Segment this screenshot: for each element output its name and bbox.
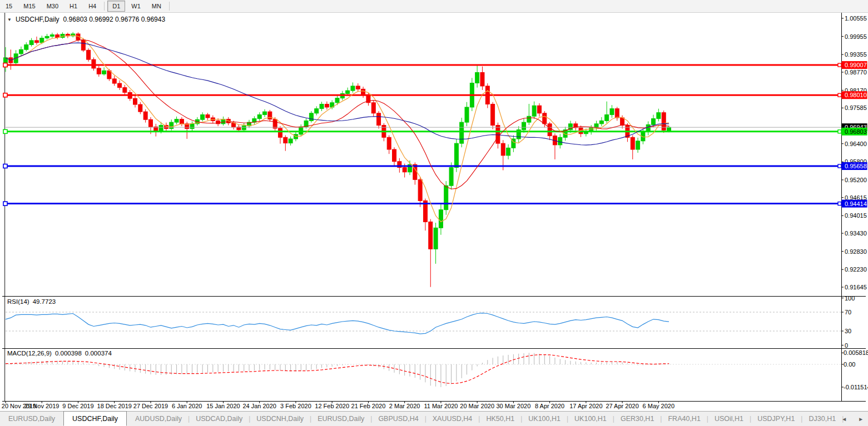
price-chart-canvas[interactable]: 1.005550.999550.993550.987700.981700.975… <box>0 0 868 426</box>
tab-scroll-left-icon[interactable]: ◄ <box>841 416 847 422</box>
chart-tab-usoil-h1[interactable]: USOil,H1 <box>706 412 752 426</box>
chart-title: ▼ USDCHF,Daily 0.96803 0.96992 0.96776 0… <box>7 16 165 23</box>
timeframe-button-m15[interactable]: M15 <box>18 1 40 12</box>
candle-body <box>112 79 116 83</box>
timeframe-button-d1[interactable]: D1 <box>107 1 125 12</box>
timeframe-button-w1[interactable]: W1 <box>126 1 146 12</box>
date-axis-label: 15 Jan 2020 <box>206 403 240 409</box>
candle-body <box>527 116 531 122</box>
timeframe-button-h1[interactable]: H1 <box>65 1 82 12</box>
price-axis-label: 0.92230 <box>845 266 867 273</box>
timeframe-button-mn[interactable]: MN <box>147 1 166 12</box>
chart-window-bg <box>2 13 866 401</box>
candle-body <box>315 109 319 113</box>
candle-body <box>29 41 33 45</box>
toolbar-separator <box>104 2 105 11</box>
candle-body <box>636 141 640 149</box>
candle-body <box>543 113 547 124</box>
timeframe-toolbar: 15M15M30H1H4D1W1MN <box>0 0 868 13</box>
candle-body <box>351 86 355 91</box>
date-axis-label: 3 Feb 2020 <box>280 403 311 409</box>
rsi-axis-label: 30 <box>845 328 851 334</box>
badge-handle <box>838 130 841 133</box>
badge-handle <box>838 63 841 67</box>
price-axis-label: 0.91645 <box>845 284 867 290</box>
date-axis-label: 18 Dec 2019 <box>97 403 132 409</box>
chart-tab-fra40-h1[interactable]: FRA40,H1 <box>659 412 708 426</box>
chart-symbol-period: USDCHF,Daily <box>16 16 59 23</box>
date-axis-label: 2 Mar 2020 <box>389 403 420 409</box>
macd-main-value: 0.000398 <box>55 350 82 357</box>
price-axis-label: 0.96400 <box>845 141 867 147</box>
candle-body <box>201 115 205 120</box>
tab-scroll-right-icon[interactable]: ► <box>858 416 864 422</box>
candle-body <box>507 148 510 156</box>
candle-body <box>242 126 246 130</box>
price-badge-text: 0.98010 <box>845 92 867 98</box>
candle-body <box>170 122 173 128</box>
date-axis-label: 6 May 2020 <box>643 403 674 409</box>
chart-tab-dj30-h1[interactable]: DJ30,H1 <box>800 412 844 426</box>
candle-body <box>159 126 163 132</box>
candle-body <box>206 115 210 118</box>
chart-expand-icon[interactable]: ▼ <box>7 17 12 22</box>
chart-tab-ger30-h1[interactable]: GER30,H1 <box>612 412 662 426</box>
chart-tab-uk100-h1[interactable]: UK100,H1 <box>520 412 569 426</box>
chart-tab-eurusd-daily[interactable]: EURUSD,Daily <box>0 412 63 426</box>
candle-body <box>454 143 458 167</box>
candle-body <box>652 119 656 125</box>
candle-body <box>434 228 438 249</box>
candle-body <box>605 115 609 121</box>
candle-body <box>657 113 661 119</box>
timeframe-button-15[interactable]: 15 <box>1 1 17 12</box>
hline-handle-0.99007[interactable] <box>3 63 7 67</box>
chart-tab-audusd-daily[interactable]: AUDUSD,Daily <box>127 412 190 426</box>
badge-handle <box>838 202 841 206</box>
candle-body <box>537 106 541 113</box>
chart-tab-usdcad-daily[interactable]: USDCAD,Daily <box>187 412 251 426</box>
candle-body <box>138 104 142 112</box>
symbol-tabbar: EURUSD,DailyUSDCHF,DailyAUDUSD,Daily|USD… <box>0 411 868 426</box>
chart-tab-xauusd-h4[interactable]: XAUUSD,H4 <box>424 412 481 426</box>
candle-body <box>284 137 287 143</box>
chart-tab-uk100-h1[interactable]: UK100,H1 <box>566 412 615 426</box>
candle-body <box>548 124 552 136</box>
timeframe-button-h4[interactable]: H4 <box>83 1 101 12</box>
chart-tab-usdjpy-h1[interactable]: USDJPY,H1 <box>749 412 803 426</box>
candle-body <box>501 143 505 156</box>
macd-axis-label: -0.011514 <box>844 384 868 390</box>
candle-body <box>522 122 526 130</box>
candle-body <box>273 119 277 128</box>
chart-tab-usdchf-daily[interactable]: USDCHF,Daily <box>63 411 127 426</box>
chart-ohlc-values: 0.96803 0.96992 0.96776 0.96943 <box>63 16 166 23</box>
price-badge-text: 0.95658 <box>845 163 867 169</box>
hline-handle-0.96803[interactable] <box>3 129 7 133</box>
candle-body <box>268 112 272 119</box>
candle-body <box>97 68 101 74</box>
candle-body <box>460 122 464 143</box>
chart-tab-gbpusd-h4[interactable]: GBPUSD,H4 <box>370 412 426 426</box>
hline-handle-0.94414[interactable] <box>3 202 7 206</box>
candle-body <box>180 119 183 124</box>
candle-body <box>81 40 85 50</box>
timeframe-button-m30[interactable]: M30 <box>42 1 63 12</box>
chart-tab-eurusd-daily[interactable]: EURUSD,Daily <box>309 412 373 426</box>
candle-body <box>403 168 406 172</box>
hline-handle-0.95658[interactable] <box>3 164 7 168</box>
candle-body <box>133 98 137 104</box>
price-axis-label: 0.92830 <box>845 248 867 255</box>
candle-body <box>615 109 619 118</box>
candle-body <box>320 104 324 109</box>
rsi-axis-label: 0 <box>845 342 848 349</box>
candle-body <box>361 89 365 95</box>
candle-body <box>475 73 479 83</box>
chart-tab-hk50-h1[interactable]: HK50,H1 <box>478 412 523 426</box>
rsi-axis-label: 70 <box>845 309 851 315</box>
candle-body <box>50 35 54 37</box>
candle-body <box>92 59 96 68</box>
chart-tab-usdcnh-daily[interactable]: USDCNH,Daily <box>248 412 312 426</box>
price-axis-label: 0.95200 <box>845 177 867 183</box>
candle-body <box>444 186 448 209</box>
hline-handle-0.98010[interactable] <box>3 93 7 97</box>
candle-body <box>599 121 603 123</box>
